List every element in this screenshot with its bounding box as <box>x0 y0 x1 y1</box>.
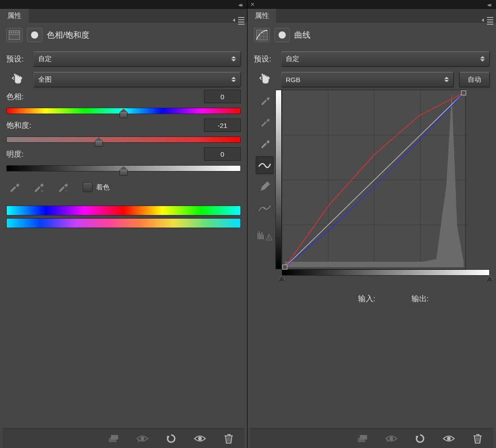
svg-rect-22 <box>283 265 287 269</box>
color-range-value: 全图 <box>38 75 52 84</box>
svg-text:!: ! <box>268 235 270 240</box>
curves-work-area: ! 输入: 输出: <box>250 90 493 304</box>
collapse-arrows-icon[interactable]: ◂◂ <box>487 1 490 8</box>
preset-value: 自定 <box>38 55 52 63</box>
collapse-arrows-icon[interactable]: ◂◂ <box>238 1 241 8</box>
svg-rect-14 <box>263 235 264 239</box>
panel-body: 色相/饱和度 预设: 自定 全图 <box>0 22 247 448</box>
saturation-slider[interactable] <box>6 136 241 143</box>
tab-bar: 属性 <box>248 9 496 22</box>
hue-slider-thumb[interactable] <box>120 112 128 118</box>
auto-button[interactable]: 自动 <box>459 72 490 87</box>
channel-row: RGB 自动 <box>250 69 493 90</box>
clip-to-layer-icon[interactable] <box>107 432 120 445</box>
hue-value-field[interactable]: 0 <box>204 90 241 103</box>
panel-body: 曲线 预设: 自定 RGB 自动 <box>248 22 496 448</box>
svg-point-9 <box>279 31 286 39</box>
smooth-curve-icon[interactable] <box>256 199 274 217</box>
visibility-icon[interactable] <box>442 432 456 445</box>
svg-rect-12 <box>260 234 261 239</box>
curves-graph[interactable] <box>282 90 466 269</box>
preset-label: 预设: <box>6 54 28 64</box>
color-range-dropdown[interactable]: 全图 <box>33 72 241 87</box>
hue-range-bars <box>3 202 244 234</box>
hue-bar-input[interactable] <box>6 206 241 215</box>
black-point-marker[interactable] <box>278 276 285 281</box>
lightness-slider[interactable] <box>6 165 241 171</box>
svg-point-7 <box>198 437 202 440</box>
adjustment-title: 色相/饱和度 <box>47 30 89 40</box>
white-point-eyedropper-icon[interactable] <box>256 135 274 153</box>
svg-rect-23 <box>461 91 466 95</box>
input-label: 输入: <box>358 294 376 304</box>
gray-point-eyedropper-icon[interactable] <box>256 113 274 131</box>
colorize-checkbox[interactable] <box>83 182 93 192</box>
delete-icon[interactable] <box>222 432 235 445</box>
lightness-value-field[interactable]: 0 <box>204 147 241 161</box>
reset-icon[interactable] <box>413 432 427 445</box>
view-previous-state-icon[interactable] <box>385 432 398 445</box>
preset-dropdown[interactable]: 自定 <box>33 51 241 66</box>
hue-bar-output[interactable] <box>6 218 241 228</box>
preset-row: 预设: 自定 <box>250 48 493 69</box>
preset-dropdown[interactable]: 自定 <box>281 51 490 66</box>
output-gradient-strip <box>275 90 282 269</box>
preset-label: 预设: <box>254 54 275 64</box>
visibility-icon[interactable] <box>193 432 207 445</box>
clip-to-layer-icon[interactable] <box>356 432 369 445</box>
adjustment-title-bar: 色相/饱和度 <box>3 26 244 48</box>
eyedropper-icon <box>6 180 22 195</box>
svg-rect-10 <box>257 233 258 239</box>
eyedropper-row: + − 着色 <box>3 176 244 202</box>
hue-slider[interactable] <box>6 108 241 114</box>
channel-dropdown[interactable]: RGB <box>281 72 454 87</box>
preset-value: 自定 <box>286 55 299 63</box>
panel-menu-button[interactable] <box>235 12 244 25</box>
properties-tab[interactable]: 属性 <box>0 9 29 22</box>
tab-bar: 属性 <box>0 9 247 22</box>
svg-rect-11 <box>259 231 260 239</box>
panel-menu-button[interactable] <box>484 12 493 25</box>
output-label: 输出: <box>412 294 429 304</box>
black-point-eyedropper-icon[interactable] <box>256 92 274 110</box>
panel-top-strip: ◂◂ <box>0 0 247 9</box>
saturation-value-field[interactable]: -21 <box>204 119 241 132</box>
colorize-label: 着色 <box>96 183 110 192</box>
svg-point-6 <box>141 437 144 440</box>
svg-rect-8 <box>257 30 267 40</box>
svg-rect-13 <box>261 232 262 239</box>
layer-mask-icon[interactable] <box>27 28 42 42</box>
close-icon[interactable]: ✕ <box>250 1 255 8</box>
adjustment-title: 曲线 <box>294 30 310 40</box>
view-previous-state-icon[interactable] <box>136 432 149 445</box>
white-point-marker[interactable] <box>486 276 493 281</box>
hue-label: 色相: <box>6 92 28 102</box>
reset-icon[interactable] <box>164 432 178 445</box>
adjustment-title-bar: 曲线 <box>250 26 493 48</box>
curves-panel: ✕ ◂◂ 属性 曲线 预设: 自定 <box>248 0 496 448</box>
svg-rect-25 <box>360 435 367 439</box>
layer-mask-icon[interactable] <box>275 28 290 42</box>
svg-point-27 <box>447 437 451 440</box>
svg-rect-0 <box>9 31 20 40</box>
scrubby-hand-icon[interactable] <box>9 72 25 87</box>
svg-point-1 <box>31 31 38 39</box>
saturation-slider-section: 饱和度: -21 <box>3 119 244 147</box>
curves-graph-area: 输入: 输出: <box>275 90 490 304</box>
panel-footer <box>250 428 493 448</box>
histogram-clip-warning-icon[interactable]: ! <box>256 227 274 245</box>
pencil-tool-icon[interactable] <box>256 178 274 196</box>
panel-top-strip: ✕ ◂◂ <box>248 0 496 9</box>
hue-sat-adjustment-icon <box>6 28 22 42</box>
properties-tab[interactable]: 属性 <box>248 9 276 22</box>
scrubby-hand-icon[interactable] <box>257 72 272 87</box>
delete-icon[interactable] <box>471 432 484 445</box>
curve-point-tool-icon[interactable] <box>256 156 274 174</box>
black-white-point-markers <box>282 276 490 281</box>
curves-tool-column: ! <box>254 90 275 304</box>
svg-text:+: + <box>41 189 44 193</box>
preset-row: 预设: 自定 <box>3 48 244 69</box>
input-output-row: 输入: 输出: <box>275 281 490 304</box>
lightness-slider-thumb[interactable] <box>120 169 128 176</box>
saturation-slider-thumb[interactable] <box>95 141 103 147</box>
